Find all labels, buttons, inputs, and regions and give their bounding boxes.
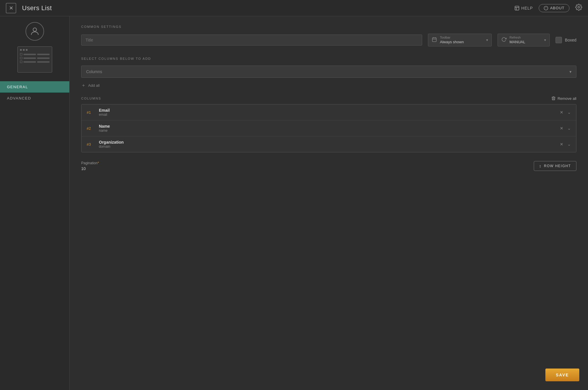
col-remove-2[interactable]: ✕ (560, 126, 563, 131)
avatar (26, 22, 44, 41)
refresh-icon (501, 37, 507, 43)
toolbar-arrow-icon: ▾ (486, 38, 488, 42)
col-expand-2[interactable]: ⌄ (567, 126, 571, 131)
refresh-value: MANUAL (509, 40, 525, 44)
columns-dropdown[interactable]: Columns ▾ (81, 66, 576, 78)
col-actions-1: ✕ ⌄ (560, 110, 571, 115)
col-actions-2: ✕ ⌄ (560, 126, 571, 131)
pagination-required: * (98, 161, 99, 165)
top-header: ✕ Users List HELP ABOUT (0, 0, 588, 16)
save-button-wrapper: SAVE (545, 369, 579, 381)
toolbar-value: Always shown (440, 40, 464, 44)
svg-point-7 (33, 28, 37, 31)
table-row: #2 Name name ✕ ⌄ (81, 120, 576, 136)
row-height-label: ROW HEIGHT (544, 164, 571, 168)
content-area: COMMON SETTINGS Toolbar Always shown ▾ (70, 16, 588, 390)
save-button[interactable]: SAVE (545, 369, 579, 381)
refresh-select[interactable]: Refresh MANUAL ▾ (498, 34, 550, 46)
add-all-button[interactable]: ＋ Add all (81, 81, 576, 90)
trash-icon (551, 96, 556, 101)
col-field-1: email (99, 113, 560, 117)
bottom-row: Pagination* 10 ↕ ROW HEIGHT (81, 161, 576, 171)
row-height-icon: ↕ (539, 164, 542, 168)
toolbar-select[interactable]: Toolbar Always shown ▾ (428, 34, 492, 46)
main-layout: GENERAL ADVANCED COMMON SETTINGS Toolbar… (0, 16, 588, 390)
info-icon (544, 6, 548, 10)
page-title: Users List (22, 4, 52, 12)
common-settings-label: COMMON SETTINGS (81, 25, 576, 28)
table-row: #3 Organization domain ✕ ⌄ (81, 136, 576, 152)
col-remove-3[interactable]: ✕ (560, 142, 563, 147)
pagination-group: Pagination* 10 (81, 161, 525, 171)
columns-header: COLUMNS Remove all (81, 96, 576, 101)
select-columns-label: SELECT COLUMNS BELOW TO ADD (81, 57, 576, 60)
sidebar-item-general[interactable]: GENERAL (0, 81, 69, 93)
col-num-2: #2 (87, 126, 95, 131)
settings-icon[interactable] (575, 4, 582, 12)
columns-section-label: COLUMNS (81, 97, 101, 100)
col-num-1: #1 (87, 110, 95, 115)
remove-all-label: Remove all (558, 96, 576, 101)
boxed-group: Boxed (556, 37, 576, 43)
columns-dropdown-placeholder: Columns (86, 69, 102, 74)
col-info-3: Organization domain (99, 140, 560, 149)
help-icon (514, 6, 520, 11)
remove-all-button[interactable]: Remove all (551, 96, 576, 101)
svg-point-6 (578, 6, 580, 8)
about-label: ABOUT (550, 6, 565, 10)
svg-rect-0 (515, 6, 519, 10)
toolbar-label: Toolbar (440, 36, 483, 39)
col-info-1: Email email (99, 108, 560, 117)
add-all-label: Add all (88, 83, 100, 88)
sidebar-item-advanced[interactable]: ADVANCED (0, 93, 69, 104)
col-name-3: Organization (99, 140, 560, 145)
left-panel: GENERAL ADVANCED (0, 16, 70, 390)
svg-rect-8 (433, 38, 437, 42)
col-info-2: Name name (99, 124, 560, 133)
column-rows: #1 Email email ✕ ⌄ #2 Name name ✕ (81, 104, 576, 152)
col-field-2: name (99, 129, 560, 133)
refresh-inner: Refresh MANUAL (509, 36, 541, 44)
col-name-2: Name (99, 124, 560, 129)
col-expand-1[interactable]: ⌄ (567, 110, 571, 115)
col-expand-3[interactable]: ⌄ (567, 142, 571, 147)
help-label: HELP (521, 6, 533, 10)
col-remove-1[interactable]: ✕ (560, 110, 563, 115)
boxed-checkbox[interactable] (556, 37, 562, 43)
boxed-label: Boxed (565, 38, 576, 42)
col-name-1: Email (99, 108, 560, 113)
refresh-arrow-icon: ▾ (544, 38, 546, 42)
toolbar-inner: Toolbar Always shown (440, 36, 483, 44)
table-row: #1 Email email ✕ ⌄ (81, 104, 576, 120)
toolbar-icon (432, 37, 437, 43)
columns-dropdown-arrow: ▾ (569, 69, 571, 74)
close-icon: ✕ (9, 5, 13, 11)
help-button[interactable]: HELP (514, 6, 533, 11)
plus-icon: ＋ (81, 82, 86, 89)
col-field-3: domain (99, 145, 560, 149)
header-right: HELP ABOUT (514, 4, 582, 12)
col-actions-3: ✕ ⌄ (560, 142, 571, 147)
close-button[interactable]: ✕ (6, 3, 16, 13)
common-settings-row: Toolbar Always shown ▾ Refresh MANUAL ▾ (81, 34, 576, 46)
refresh-label: Refresh (509, 36, 541, 39)
col-num-3: #3 (87, 142, 95, 147)
about-button[interactable]: ABOUT (539, 4, 569, 12)
title-input[interactable] (81, 35, 422, 46)
row-height-button[interactable]: ↕ ROW HEIGHT (534, 161, 577, 171)
pagination-value: 10 (81, 166, 525, 171)
widget-preview (17, 46, 52, 73)
pagination-label: Pagination* (81, 161, 525, 165)
